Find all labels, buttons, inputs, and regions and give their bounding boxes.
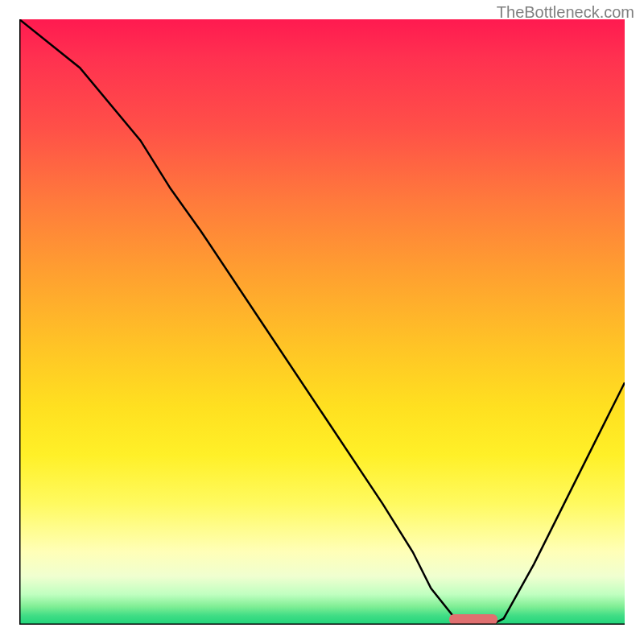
chart-curve: [19, 19, 625, 625]
chart-marker: [449, 614, 497, 625]
watermark-text: TheBottleneck.com: [497, 3, 634, 22]
chart-plot-area: [19, 19, 625, 625]
chart-svg-overlay: [19, 19, 625, 625]
